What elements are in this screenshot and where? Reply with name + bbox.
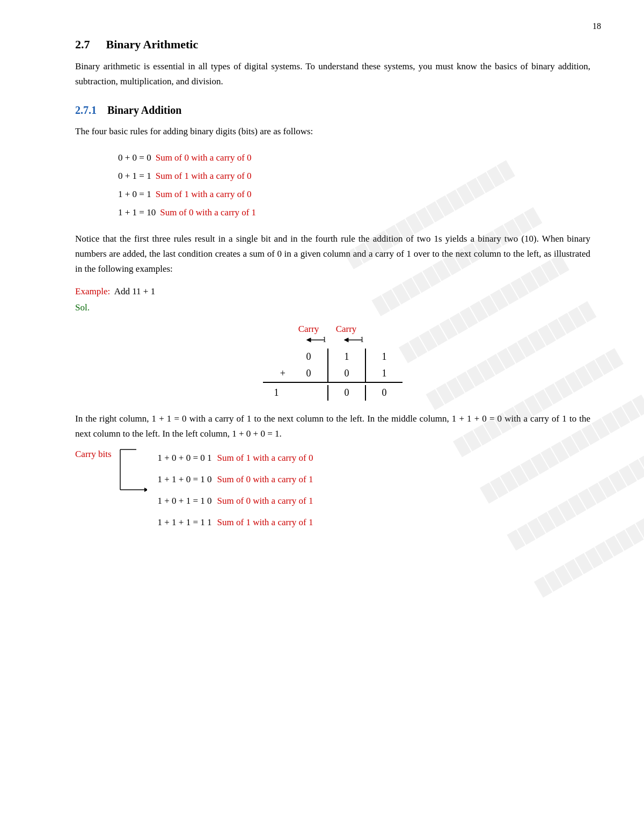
res1 bbox=[290, 385, 327, 401]
example-text: Add 11 + 1 bbox=[114, 286, 155, 296]
svg-marker-7 bbox=[144, 488, 147, 492]
rule-1-red: Sum of 0 with a carry of 0 bbox=[156, 149, 252, 167]
rule-2-red: Sum of 1 with a carry of 0 bbox=[156, 167, 252, 185]
carry-bits-label: Carry bits bbox=[75, 449, 112, 460]
subsection-title-text: Binary Addition bbox=[107, 104, 181, 116]
carry-arrow-2-svg: 1 bbox=[327, 335, 365, 345]
carry-eqs-block: 1 + 0 + 0 = 0 1 Sum of 1 with a carry of… bbox=[158, 449, 313, 535]
carry-eq-2-red: Sum of 0 with a carry of 1 bbox=[217, 470, 313, 489]
rule-1: 0 + 0 = 0 Sum of 0 with a carry of 0 bbox=[118, 149, 590, 167]
carry-eq-4: 1 + 1 + 1 = 1 1 Sum of 1 with a carry of… bbox=[158, 513, 313, 532]
r1c2: 1 bbox=[327, 349, 365, 365]
page-number: 18 bbox=[592, 21, 601, 31]
example-label: Example: bbox=[75, 286, 110, 296]
carry-eq-1: 1 + 0 + 0 = 0 1 Sum of 1 with a carry of… bbox=[158, 449, 313, 467]
rule-4-red: Sum of 0 with a carry of 1 bbox=[160, 204, 256, 222]
r2c0: + bbox=[263, 365, 290, 382]
svg-text:1: 1 bbox=[360, 336, 364, 344]
subsection-number: 2.7.1 bbox=[75, 104, 97, 116]
carry-label-empty bbox=[365, 324, 402, 335]
carry-bits-section: Carry bits 1 + 0 + 0 = 0 1 Sum of 1 with… bbox=[75, 449, 590, 535]
carry-label-1: Carry bbox=[290, 324, 327, 335]
column-explanation: In the right column, 1 + 1 = 0 with a ca… bbox=[75, 411, 590, 441]
addition-diagram: Carry Carry 1 bbox=[75, 324, 590, 401]
r1c1: 0 bbox=[290, 349, 327, 365]
svg-text:1: 1 bbox=[323, 336, 326, 344]
rule-2-black: 0 + 1 = 1 bbox=[118, 167, 151, 185]
res0: 1 bbox=[263, 385, 290, 401]
carry-eq-4-red: Sum of 1 with a carry of 1 bbox=[217, 513, 313, 532]
sol-label: Sol. bbox=[75, 302, 590, 313]
rule-4-black: 1 + 1 = 10 bbox=[118, 204, 156, 222]
rule-3-red: Sum of 1 with a carry of 0 bbox=[156, 185, 252, 204]
subsection-title: 2.7.1Binary Addition bbox=[75, 104, 590, 117]
rules-block: 0 + 0 = 0 Sum of 0 with a carry of 0 0 +… bbox=[118, 149, 590, 222]
r2c1: 0 bbox=[290, 365, 327, 382]
rule-2: 0 + 1 = 1 Sum of 1 with a carry of 0 bbox=[118, 167, 590, 185]
section-intro: Binary arithmetic is essential in all ty… bbox=[75, 59, 590, 89]
rule-4: 1 + 1 = 10 Sum of 0 with a carry of 1 bbox=[118, 204, 590, 222]
section-title: 2.7Binary Arithmetic bbox=[75, 38, 590, 52]
rule-3: 1 + 0 = 1 Sum of 1 with a carry of 0 bbox=[118, 185, 590, 204]
carry-eq-3: 1 + 0 + 1 = 1 0 Sum of 0 with a carry of… bbox=[158, 492, 313, 510]
carry-eq-3-black: 1 + 0 + 1 = 1 0 bbox=[158, 492, 212, 510]
carry-eq-1-red: Sum of 1 with a carry of 0 bbox=[217, 449, 313, 467]
section-title-text: Binary Arithmetic bbox=[106, 38, 199, 51]
carry-eq-4-black: 1 + 1 + 1 = 1 1 bbox=[158, 513, 212, 532]
res3: 0 bbox=[365, 385, 402, 401]
example-line: Example: Add 11 + 1 bbox=[75, 286, 590, 297]
arrow-1: 1 bbox=[290, 335, 327, 347]
num-rows: 0 1 1 + 0 0 1 bbox=[263, 349, 402, 382]
section-number: 2.7 bbox=[75, 38, 90, 51]
subsection-intro: The four basic rules for adding binary d… bbox=[75, 124, 590, 139]
arrow-2: 1 bbox=[327, 335, 365, 347]
carry-arrow-1-svg: 1 bbox=[290, 335, 327, 345]
result-line: 1 0 0 bbox=[263, 382, 402, 401]
r2c3: 1 bbox=[365, 365, 402, 382]
rule-1-black: 0 + 0 = 0 bbox=[118, 149, 151, 167]
r2c2: 0 bbox=[327, 365, 365, 382]
carry-header-row: Carry Carry bbox=[290, 324, 402, 335]
notice-text: Notice that the first three rules result… bbox=[75, 231, 590, 277]
carry-bits-bracket-svg bbox=[115, 447, 147, 495]
carry-eq-1-black: 1 + 0 + 0 = 0 1 bbox=[158, 449, 212, 467]
arrow-empty bbox=[365, 335, 402, 347]
r1c0 bbox=[263, 349, 290, 365]
carry-eq-2-black: 1 + 1 + 0 = 1 0 bbox=[158, 470, 212, 489]
example-body: Add 11 + 1 bbox=[112, 286, 155, 296]
res2: 0 bbox=[327, 385, 365, 401]
r1c3: 1 bbox=[365, 349, 402, 365]
carry-eq-2: 1 + 1 + 0 = 1 0 Sum of 0 with a carry of… bbox=[158, 470, 313, 489]
arrow-row: 1 1 bbox=[290, 335, 402, 347]
carry-eq-3-red: Sum of 0 with a carry of 1 bbox=[217, 492, 313, 510]
rule-3-black: 1 + 0 = 1 bbox=[118, 185, 151, 204]
carry-label-2: Carry bbox=[327, 324, 365, 335]
